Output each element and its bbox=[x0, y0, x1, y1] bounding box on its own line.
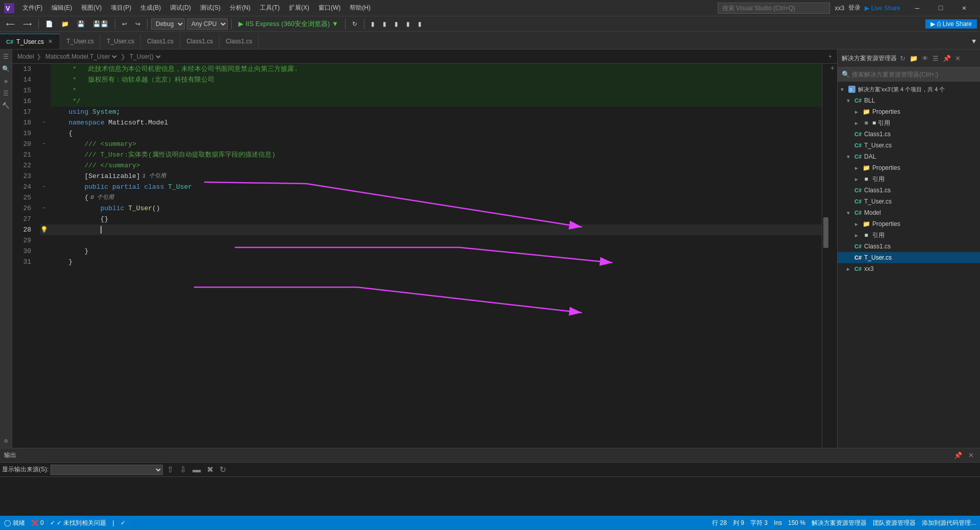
se-dal-ref[interactable]: ► ■ 引用 bbox=[838, 173, 980, 185]
menu-edit[interactable]: 编辑(E) bbox=[47, 3, 76, 13]
output-refresh-btn[interactable]: ↻ bbox=[217, 464, 228, 475]
toolbar-back-btn[interactable]: ⟵ bbox=[3, 19, 18, 29]
minimize-button[interactable]: — bbox=[905, 0, 929, 16]
status-errors[interactable]: ❌ 0 bbox=[31, 519, 44, 526]
debug-config-dropdown[interactable]: Debug bbox=[151, 18, 185, 30]
toolbar-undo-btn[interactable]: ↩ bbox=[119, 19, 130, 29]
se-dal-tuser[interactable]: C# T_User.cs bbox=[838, 196, 980, 207]
maximize-button[interactable]: □ bbox=[929, 0, 952, 16]
te-bottom-label[interactable]: 团队资源管理器 bbox=[873, 519, 916, 527]
se-sync-btn[interactable]: ↻ bbox=[899, 54, 906, 63]
menu-tools[interactable]: 工具(T) bbox=[256, 3, 284, 13]
menu-view[interactable]: 视图(V) bbox=[77, 3, 106, 13]
toolbar-icon1[interactable]: ▮ bbox=[368, 19, 378, 29]
status-row[interactable]: 行 28 bbox=[712, 519, 727, 527]
se-dal-class1[interactable]: C# Class1.cs bbox=[838, 185, 980, 196]
menu-help[interactable]: 帮助(H) bbox=[346, 3, 375, 13]
tab-t-user-cs-2[interactable]: T_User.cs bbox=[60, 34, 101, 49]
se-model-class1[interactable]: C# Class1.cs bbox=[838, 241, 980, 252]
close-button[interactable]: ✕ bbox=[952, 0, 976, 16]
output-close-btn[interactable]: ✕ bbox=[966, 450, 976, 460]
tab-overflow-btn[interactable]: ▼ bbox=[968, 34, 980, 49]
status-ins[interactable]: Ins bbox=[774, 519, 782, 526]
toolbar-redo-btn[interactable]: ↪ bbox=[132, 19, 143, 29]
tab-t-user-cs-1[interactable]: C# T_User.cs ✕ bbox=[0, 34, 60, 49]
output-up-btn[interactable]: ⇧ bbox=[165, 464, 176, 475]
se-show-all-btn[interactable]: 👁 bbox=[921, 54, 929, 63]
se-bll-ref[interactable]: ► ■ ■ 引用 bbox=[838, 117, 980, 129]
activity-icon-5[interactable]: 🔨 bbox=[1, 100, 11, 111]
platform-dropdown[interactable]: Any CPU bbox=[187, 18, 228, 30]
toolbar-save-all-btn[interactable]: 💾💾 bbox=[90, 19, 111, 29]
fold-btn-20[interactable]: − bbox=[40, 141, 47, 148]
se-bll-properties[interactable]: ► 📁 Properties bbox=[838, 106, 980, 117]
menu-extensions[interactable]: 扩展(X) bbox=[285, 3, 313, 13]
se-solution-root[interactable]: ▼ S 解决方案'xx3'(第 4 个项目，共 4 个 bbox=[838, 84, 980, 95]
editor-scrollbar[interactable] bbox=[822, 64, 829, 448]
live-share-button[interactable]: ▶ Live Share bbox=[865, 5, 900, 12]
breadcrumb-namespace-select[interactable]: Maticsoft.Model.T_User bbox=[43, 53, 118, 61]
fold-btn-18[interactable]: − bbox=[40, 119, 47, 127]
tab-class1-cs-3[interactable]: Class1.cs bbox=[219, 34, 259, 49]
code-editor[interactable]: * 此技术信息为本公司机密信息，未经本公司书面同意禁止向第三方披露. * 版权所… bbox=[51, 64, 822, 448]
se-pin-btn[interactable]: 📌 bbox=[942, 54, 952, 63]
se-search-input[interactable] bbox=[852, 71, 976, 78]
status-col[interactable]: 列 9 bbox=[733, 519, 744, 527]
se-model-project[interactable]: ▼ C# Model bbox=[838, 207, 980, 218]
se-close-btn[interactable]: ✕ bbox=[954, 54, 962, 63]
se-bll-tuser[interactable]: C# T_User.cs bbox=[838, 140, 980, 151]
se-bottom-label[interactable]: 解决方案资源管理器 bbox=[812, 519, 867, 527]
output-stop-btn[interactable]: ▬ bbox=[190, 464, 203, 475]
menu-build[interactable]: 生成(B) bbox=[136, 3, 165, 13]
status-branch[interactable]: ✓ bbox=[120, 519, 126, 526]
menu-window[interactable]: 窗口(W) bbox=[314, 3, 345, 13]
toolbar-refresh-btn[interactable]: ↻ bbox=[349, 19, 360, 29]
toolbar-icon2[interactable]: ▮ bbox=[380, 19, 389, 29]
se-dal-project[interactable]: ▼ C# DAL bbox=[838, 151, 980, 162]
liveshare-toolbar-btn[interactable]: ▶ ⎙ Live Share bbox=[925, 19, 977, 29]
fold-btn-24[interactable]: − bbox=[40, 184, 47, 191]
status-check[interactable]: ✓ ✓ 未找到相关问题 bbox=[50, 519, 107, 527]
toolbar-icon4[interactable]: ▮ bbox=[403, 19, 413, 29]
output-source-select[interactable] bbox=[51, 465, 163, 475]
login-button[interactable]: 登录 bbox=[848, 4, 861, 12]
editor-plus-btn[interactable]: + bbox=[829, 64, 837, 448]
activity-icon-2[interactable]: 🔍 bbox=[1, 64, 11, 74]
toolbar-open-btn[interactable]: 📁 bbox=[58, 19, 72, 29]
breadcrumb-member-select[interactable]: T_User() bbox=[128, 53, 162, 61]
toolbar-icon5[interactable]: ▮ bbox=[415, 19, 425, 29]
se-bll-class1[interactable]: C# Class1.cs bbox=[838, 129, 980, 140]
global-search-input[interactable] bbox=[718, 3, 830, 14]
toolbar-new-btn[interactable]: 📄 bbox=[42, 19, 56, 29]
breadcrumb-model[interactable]: Model bbox=[17, 53, 34, 60]
run-button[interactable]: ▶ IIS Express (360安全浏览器) ▼ bbox=[235, 18, 341, 30]
se-xx3-project[interactable]: ► C# xx3 bbox=[838, 263, 980, 274]
tab-class1-cs-1[interactable]: Class1.cs bbox=[141, 34, 180, 49]
toolbar-save-btn[interactable]: 💾 bbox=[74, 19, 88, 29]
tab-class1-cs-2[interactable]: Class1.cs bbox=[180, 34, 219, 49]
status-git[interactable]: | bbox=[112, 519, 114, 526]
menu-file[interactable]: 文件(F) bbox=[18, 3, 46, 13]
tab-t-user-cs-3[interactable]: T_User.cs bbox=[101, 34, 141, 49]
menu-project[interactable]: 项目(P) bbox=[107, 3, 135, 13]
activity-icon-6[interactable]: ⚙ bbox=[1, 436, 11, 446]
add-source-label[interactable]: 添加到源代码管理... bbox=[922, 519, 976, 527]
fold-btn-26[interactable]: − bbox=[40, 205, 47, 212]
output-down-btn[interactable]: ⇩ bbox=[178, 464, 188, 475]
activity-icon-1[interactable]: ☰ bbox=[1, 52, 11, 62]
status-ready[interactable]: ◯ 就绪 bbox=[4, 519, 25, 527]
se-new-folder-btn[interactable]: 📁 bbox=[909, 54, 919, 63]
activity-icon-3[interactable]: ✥ bbox=[1, 76, 11, 86]
hint-bulb-28[interactable]: 💡 bbox=[40, 226, 48, 234]
toolbar-icon3[interactable]: ▮ bbox=[391, 19, 401, 29]
toolbar-forward-btn[interactable]: ⟶ bbox=[20, 19, 35, 29]
tab-close-1[interactable]: ✕ bbox=[47, 38, 54, 45]
se-dal-properties[interactable]: ► 📁 Properties bbox=[838, 162, 980, 173]
activity-icon-4[interactable]: ☰ bbox=[1, 88, 11, 98]
se-model-ref[interactable]: ► ■ 引用 bbox=[838, 230, 980, 241]
se-model-tuser[interactable]: C# T_User.cs bbox=[838, 252, 980, 263]
menu-test[interactable]: 测试(S) bbox=[196, 3, 225, 13]
menu-analyze[interactable]: 分析(N) bbox=[226, 3, 255, 13]
status-zoom[interactable]: 150 % bbox=[788, 519, 805, 526]
scrollbar-thumb[interactable] bbox=[823, 217, 828, 248]
